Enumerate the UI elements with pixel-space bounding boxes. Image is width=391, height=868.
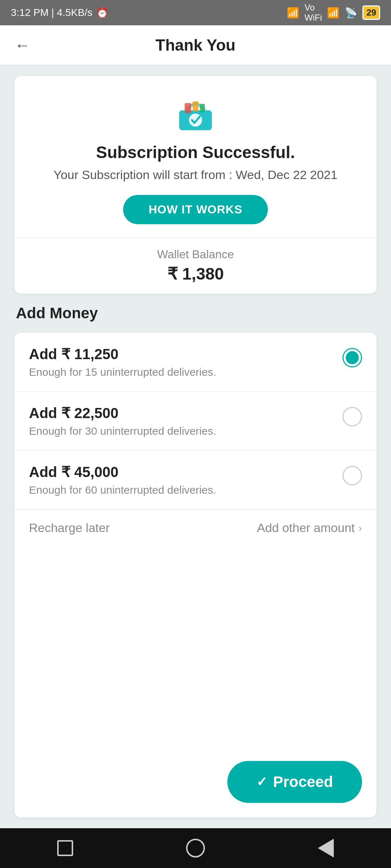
proceed-button[interactable]: ✓ Proceed	[227, 761, 362, 803]
option-row-1[interactable]: Add ₹ 11,250 Enough for 15 uninterrupted…	[14, 333, 377, 392]
header: ← Thank You	[0, 25, 391, 65]
option-2-title: Add ₹ 22,500	[29, 405, 342, 421]
status-right: 📶 VoWiFi 📶 📡 29	[287, 3, 380, 23]
svg-rect-1	[185, 103, 191, 113]
option-1-text: Add ₹ 11,250 Enough for 15 uninterrupted…	[29, 346, 342, 378]
wifi-icon: 📡	[345, 7, 357, 19]
vowifi-text: VoWiFi	[304, 3, 322, 23]
success-subtitle: Your Subscription will start from : Wed,…	[54, 168, 337, 182]
page-title: Thank You	[156, 36, 236, 54]
alarm-icon: ⏰	[96, 7, 109, 19]
option-2-desc: Enough for 30 uninterrupted deliveries.	[29, 425, 342, 437]
battery-indicator: 29	[362, 5, 380, 20]
svg-point-4	[189, 114, 202, 127]
option-1-radio[interactable]	[342, 348, 362, 367]
add-money-section-label: Add Money	[14, 305, 377, 322]
success-card: Subscription Successful. Your Subscripti…	[14, 76, 377, 294]
add-other-amount-button[interactable]: Add other amount ›	[257, 521, 362, 535]
nav-square-button[interactable]	[55, 838, 75, 858]
status-bar: 3:12 PM | 4.5KB/s ⏰ 📶 VoWiFi 📶 📡 29	[0, 0, 391, 25]
bottom-options-row: Recharge later Add other amount ›	[14, 510, 377, 546]
triangle-icon	[318, 839, 334, 858]
option-1-title: Add ₹ 11,250	[29, 346, 342, 362]
radio-inner-1	[346, 351, 359, 364]
main-content: Subscription Successful. Your Subscripti…	[0, 65, 391, 828]
option-2-text: Add ₹ 22,500 Enough for 30 uninterrupted…	[29, 405, 342, 437]
chevron-right-icon: ›	[358, 522, 362, 534]
circle-icon	[186, 839, 205, 858]
success-top-section: Subscription Successful. Your Subscripti…	[14, 76, 377, 237]
nav-back-button[interactable]	[316, 838, 336, 858]
spacer	[14, 546, 377, 750]
time-text: 3:12 PM | 4.5KB/s	[11, 7, 92, 18]
option-3-desc: Enough for 60 uninterrupted deliveries.	[29, 484, 342, 496]
check-icon: ✓	[256, 774, 267, 790]
square-icon	[57, 840, 73, 856]
option-row-3[interactable]: Add ₹ 45,000 Enough for 60 uninterrupted…	[14, 451, 377, 510]
signal2-icon: 📶	[327, 7, 340, 19]
wallet-section: Wallet Balance ₹ 1,380	[14, 237, 377, 294]
how-it-works-button[interactable]: HOW IT WORKS	[123, 195, 268, 224]
status-left: 3:12 PM | 4.5KB/s ⏰	[11, 7, 109, 19]
wallet-label: Wallet Balance	[29, 248, 362, 261]
svg-rect-2	[193, 101, 198, 111]
option-2-radio[interactable]	[342, 407, 362, 426]
add-money-card: Add ₹ 11,250 Enough for 15 uninterrupted…	[14, 333, 377, 817]
nav-bar	[0, 828, 391, 868]
wallet-amount: ₹ 1,380	[29, 264, 362, 284]
proceed-label: Proceed	[273, 773, 333, 791]
option-1-desc: Enough for 15 uninterrupted deliveries.	[29, 366, 342, 378]
option-3-title: Add ₹ 45,000	[29, 464, 342, 480]
signal-icon: 📶	[287, 7, 299, 19]
back-button[interactable]: ←	[14, 36, 38, 54]
option-row-2[interactable]: Add ₹ 22,500 Enough for 30 uninterrupted…	[14, 392, 377, 451]
basket-icon	[174, 90, 217, 134]
add-other-amount-label: Add other amount	[257, 521, 355, 535]
proceed-area: ✓ Proceed	[14, 750, 377, 817]
svg-rect-3	[200, 104, 205, 112]
nav-home-button[interactable]	[185, 838, 206, 858]
success-title: Subscription Successful.	[96, 142, 295, 162]
option-3-radio[interactable]	[342, 466, 362, 485]
option-3-text: Add ₹ 45,000 Enough for 60 uninterrupted…	[29, 464, 342, 496]
recharge-later-button[interactable]: Recharge later	[29, 521, 110, 535]
